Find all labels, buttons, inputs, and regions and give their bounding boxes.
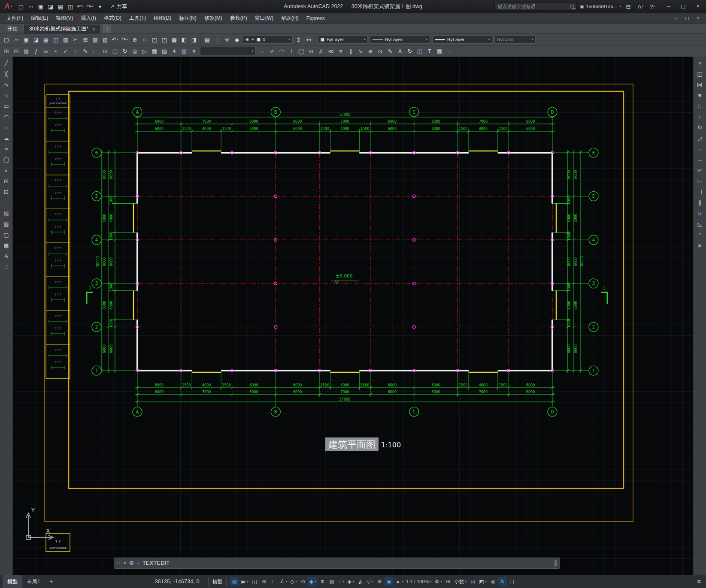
match-properties-icon[interactable]: ▧	[100, 35, 110, 44]
isometric-drafting-toggle[interactable]: ◇▾	[289, 577, 298, 586]
doc-minimize-icon[interactable]: ─	[671, 15, 681, 22]
undo-icon[interactable]: ↶▾	[110, 35, 120, 44]
dynamic-ucs-toggle[interactable]: ◭	[356, 577, 365, 586]
dim-ordinate-icon[interactable]: ⊥	[287, 46, 296, 56]
dim-update-icon[interactable]: ↻	[405, 46, 415, 56]
copy-icon[interactable]: ⊞	[81, 35, 90, 44]
cut-icon[interactable]: ✂	[71, 35, 80, 44]
construction-line-icon[interactable]: ╳	[1, 69, 12, 79]
snap-mode-toggle[interactable]: ▣▾	[239, 577, 250, 586]
named-views-icon[interactable]: ▢	[110, 46, 120, 56]
chamfer-icon[interactable]: ◺	[695, 219, 705, 229]
scale-icon[interactable]: ◿	[695, 133, 705, 143]
lock-ui-toggle[interactable]: ◩▾	[478, 577, 488, 586]
dim-angular-icon[interactable]: ∠	[316, 46, 326, 56]
field-icon[interactable]: ƒ	[31, 46, 41, 56]
customization-menu-icon[interactable]: ≡	[694, 577, 703, 586]
object-snap-toggle[interactable]: ◆▾	[308, 577, 318, 586]
point-icon[interactable]: ∙	[1, 198, 12, 208]
cart-icon[interactable]: ⊟	[624, 2, 633, 11]
isolate-objects-toggle[interactable]: ◎	[488, 577, 497, 586]
3d-object-snap-toggle[interactable]: ◈▾	[346, 577, 356, 586]
stretch-icon[interactable]: ↔	[695, 144, 705, 154]
doc-restore-icon[interactable]: ▢	[682, 15, 692, 22]
menu-item-9[interactable]: 修改(M)	[200, 13, 226, 23]
new-tab-button[interactable]: +	[103, 24, 111, 33]
account-button[interactable]: ◉ 1505999135... ▾	[579, 3, 621, 9]
erase-icon[interactable]: ×	[695, 58, 705, 68]
zoom-previous-icon[interactable]: ◳	[160, 35, 169, 44]
attach-xref-icon[interactable]: ⊟	[12, 46, 21, 56]
annotation-scale-button[interactable]: 1:1 / 100%▾	[405, 577, 433, 586]
command-history-icon[interactable]: »	[137, 561, 139, 566]
qat-customize-icon[interactable]: ▾	[95, 2, 105, 11]
gizmo-toggle[interactable]: ⊛	[375, 577, 384, 586]
menu-item-8[interactable]: 标注(N)	[175, 13, 200, 23]
command-scrollbar[interactable]	[554, 560, 557, 567]
menu-item-11[interactable]: 窗口(W)	[251, 13, 277, 23]
annotation-visibility-toggle[interactable]: ◉	[385, 577, 394, 586]
color-control[interactable]: ByLayer ▾	[318, 35, 368, 44]
spell-check-icon[interactable]: ✓	[61, 46, 70, 56]
revision-cloud-icon[interactable]: ☁	[1, 133, 12, 143]
zoom-window-icon[interactable]: ◰	[150, 35, 159, 44]
explode-icon[interactable]: ∗	[695, 241, 705, 250]
table-style-icon[interactable]: ▦	[435, 46, 444, 56]
attach-image-icon[interactable]: ▧	[21, 46, 31, 56]
multiple-points-icon[interactable]: ∷	[1, 262, 12, 272]
app-logo-button[interactable]: A ▾	[1, 0, 15, 12]
tab-document[interactable]: 30米跨桁架式钢架施工图* ×	[23, 24, 101, 33]
gradient-icon[interactable]: ▧	[1, 219, 12, 229]
close-icon[interactable]: ×	[691, 0, 705, 12]
annotation-monitor-toggle[interactable]: ⊞	[444, 577, 453, 586]
layout1-tab[interactable]: 布局1	[22, 575, 45, 588]
layer-freeze-icon[interactable]: ※	[222, 35, 232, 44]
menu-item-13[interactable]: Express	[303, 13, 329, 23]
plan-title-text[interactable]: 建筑平面图	[328, 439, 376, 450]
save-icon[interactable]: ▣	[36, 2, 45, 11]
dim-edit-icon[interactable]: ✎	[385, 46, 395, 56]
table-icon[interactable]: ▦	[1, 241, 12, 250]
menu-item-12[interactable]: 帮助(H)	[277, 13, 303, 23]
paste-icon[interactable]: ▨	[91, 35, 100, 44]
menu-item-2[interactable]: 编辑(E)	[27, 13, 52, 23]
workspace-switching-toggle[interactable]: ⚙▾	[433, 577, 443, 586]
graphics-performance-toggle[interactable]: ↯	[498, 577, 507, 586]
layer-walk-icon[interactable]: ≡	[189, 46, 199, 56]
command-grip-handle[interactable]: ∷	[117, 561, 120, 566]
autodesk-app-icon[interactable]: A▾	[636, 2, 645, 11]
pan-icon[interactable]: ⊕	[130, 35, 139, 44]
markup-icon[interactable]: ✎	[81, 46, 90, 56]
copy-object-icon[interactable]: ◫	[695, 69, 705, 79]
offset-icon[interactable]: ≡	[695, 90, 705, 100]
mirror-icon[interactable]: ⋈	[695, 80, 705, 90]
infer-constraints-toggle[interactable]: ◱	[250, 577, 259, 586]
ortho-mode-toggle[interactable]: ∟	[269, 577, 278, 586]
maximize-icon[interactable]: ▢	[676, 0, 691, 12]
sheet-set-manager-icon[interactable]: ▥	[179, 46, 189, 56]
hyperlink-icon[interactable]: ∞	[41, 46, 51, 56]
clean-screen-toggle[interactable]: ▢	[507, 577, 516, 586]
publish-icon[interactable]: ▥	[61, 35, 70, 44]
command-prompt[interactable]: TEXTEDIT	[142, 560, 170, 566]
dim-text-edit-icon[interactable]: A	[395, 46, 405, 56]
extend-icon[interactable]: ⊢	[695, 176, 705, 186]
layer-lock-icon[interactable]: ◆	[232, 35, 242, 44]
properties-palette-icon[interactable]: ▦	[170, 35, 179, 44]
selection-cycling-toggle[interactable]: ◌▾	[337, 577, 346, 586]
save-icon[interactable]: ▣	[21, 35, 31, 44]
doc-close-icon[interactable]: ×	[693, 15, 703, 22]
3d-orbit-icon[interactable]: ↻	[120, 46, 130, 56]
save-as-icon[interactable]: ◪	[31, 35, 41, 44]
add-layout-tab[interactable]: +	[45, 575, 58, 588]
multiline-text-icon[interactable]: A	[1, 251, 12, 261]
materials-icon[interactable]: ▨	[160, 46, 169, 56]
dim-diameter-icon[interactable]: ⊘	[306, 46, 316, 56]
lengthen-icon[interactable]: ⇔	[695, 155, 705, 165]
show-motion-icon[interactable]: ▷	[140, 46, 149, 56]
quick-properties-toggle[interactable]: ▤	[468, 577, 477, 586]
object-snap-tracking-toggle[interactable]: ⊙	[299, 577, 308, 586]
multileader-icon[interactable]: ↘	[356, 46, 365, 56]
redo-icon[interactable]: ↷▾	[85, 2, 95, 11]
tool-palettes-icon[interactable]: ◨	[189, 35, 199, 44]
